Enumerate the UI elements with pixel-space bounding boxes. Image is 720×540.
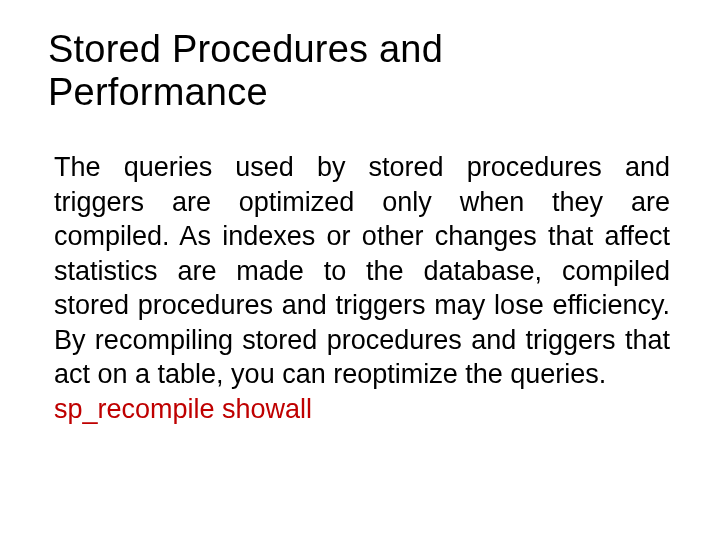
code-example: sp_recompile showall bbox=[48, 394, 672, 425]
slide-body-text: The queries used by stored procedures an… bbox=[48, 150, 672, 392]
slide-container: Stored Procedures and Performance The qu… bbox=[0, 0, 720, 540]
slide-title: Stored Procedures and Performance bbox=[48, 28, 672, 114]
